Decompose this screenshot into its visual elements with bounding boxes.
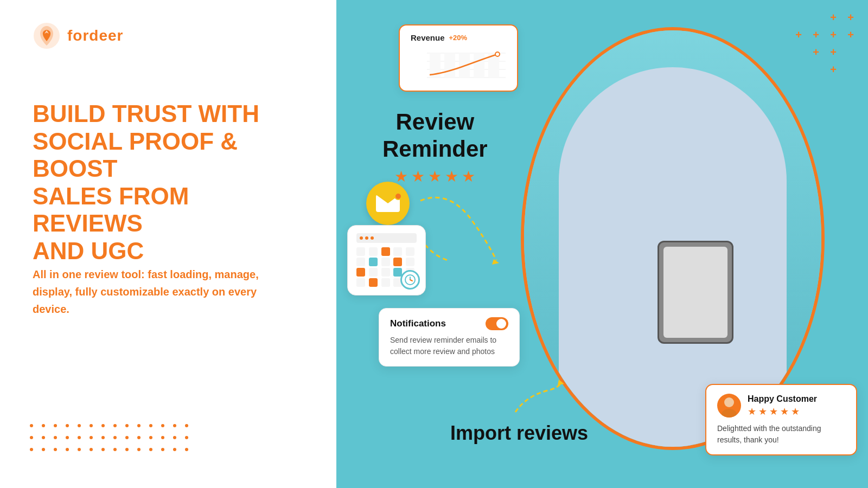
happy-star: ★ — [758, 406, 767, 418]
customer-avatar — [717, 394, 741, 418]
dot — [101, 424, 105, 427]
email-notification-dot — [394, 192, 402, 200]
svg-rect-8 — [474, 53, 484, 78]
dot — [90, 424, 93, 427]
dot — [30, 448, 33, 451]
dot — [161, 436, 164, 439]
notif-header: Notifications — [390, 317, 508, 330]
customer-name: Happy Customer — [748, 394, 817, 404]
plus-sign: + — [809, 28, 822, 41]
revenue-chart — [411, 48, 508, 83]
review-reminder-title: Review Reminder — [382, 108, 488, 163]
dot — [66, 448, 69, 451]
dot — [101, 436, 105, 439]
dot — [66, 424, 69, 427]
dot — [54, 436, 57, 439]
right-panel: ++++++++++++++++++++ Revenue +20% — [298, 0, 868, 488]
tablet — [658, 241, 733, 344]
review-reminder-section: Review Reminder ★★★★★ — [382, 108, 488, 185]
dot — [54, 448, 57, 451]
review-star: ★ — [462, 168, 475, 185]
happy-star: ★ — [791, 406, 800, 418]
happy-star: ★ — [780, 406, 789, 418]
subtitle: All in one review tool: fast loading, ma… — [33, 266, 282, 318]
fordeer-logo-icon — [33, 22, 61, 50]
dot — [125, 436, 129, 439]
plus-sign: + — [827, 28, 840, 41]
dot — [30, 436, 33, 439]
dot — [173, 436, 176, 439]
happy-card-header: Happy Customer ★★★★★ — [717, 394, 845, 418]
dot — [137, 424, 141, 427]
review-star: ★ — [428, 168, 442, 185]
logo-area: fordeer — [33, 22, 123, 50]
tablet-screen — [663, 247, 727, 338]
dot — [185, 448, 188, 451]
svg-point-10 — [495, 52, 500, 56]
calendar-card — [347, 225, 426, 296]
plus-sign: + — [844, 11, 857, 24]
dot — [78, 448, 81, 451]
dot — [113, 448, 117, 451]
svg-point-16 — [724, 397, 734, 407]
revenue-title: Revenue — [411, 33, 445, 42]
plus-grid: ++++++++++++++++++++ — [775, 11, 857, 76]
dot-grid-left — [30, 424, 193, 455]
import-reviews-label: Import reviews — [450, 422, 588, 445]
import-arrow — [505, 374, 570, 418]
left-panel: fordeer BUILD TRUST WITH SOCIAL PROOF & … — [0, 0, 336, 488]
svg-line-13 — [410, 280, 412, 281]
dot — [113, 424, 117, 427]
plus-sign: + — [809, 46, 822, 59]
dot — [90, 436, 93, 439]
dot — [101, 448, 105, 451]
plus-decoration: ++++++++++++++++++++ — [775, 11, 857, 76]
plus-sign: + — [827, 46, 840, 59]
svg-marker-15 — [558, 380, 564, 385]
dot — [78, 436, 81, 439]
dot — [113, 436, 117, 439]
notifications-card: Notifications Send review reminder email… — [379, 308, 520, 367]
review-star: ★ — [411, 168, 425, 185]
logo-text: fordeer — [67, 27, 123, 44]
dot — [125, 424, 129, 427]
happy-card-info: Happy Customer ★★★★★ — [748, 394, 817, 418]
dot — [149, 436, 152, 439]
dot — [173, 448, 176, 451]
plus-sign: + — [792, 28, 805, 41]
dot — [137, 436, 141, 439]
dot — [161, 448, 164, 451]
dot — [66, 436, 69, 439]
dot — [42, 436, 45, 439]
email-bubble — [366, 182, 410, 225]
review-star: ★ — [394, 168, 408, 185]
dot — [42, 424, 45, 427]
notif-title: Notifications — [390, 318, 446, 329]
revenue-badge: +20% — [449, 34, 468, 42]
happy-text: Delightted with the outstanding results,… — [717, 423, 845, 446]
revenue-card: Revenue +20% — [399, 24, 518, 92]
cal-header — [356, 233, 417, 243]
svg-point-17 — [722, 409, 737, 418]
clock-icon — [400, 270, 420, 290]
toggle-switch[interactable] — [486, 317, 508, 330]
dot — [125, 448, 129, 451]
happy-star: ★ — [769, 406, 778, 418]
dot — [149, 448, 152, 451]
headline: BUILD TRUST WITH SOCIAL PROOF & BOOST SA… — [33, 100, 298, 265]
stars-row: ★★★★★ — [382, 168, 488, 185]
plus-sign: + — [844, 28, 857, 41]
email-icon — [376, 195, 400, 212]
dot — [185, 424, 188, 427]
dot — [90, 448, 93, 451]
dot — [54, 424, 57, 427]
dot — [42, 448, 45, 451]
dot — [137, 448, 141, 451]
happy-stars: ★★★★★ — [748, 406, 817, 418]
review-star: ★ — [445, 168, 458, 185]
plus-sign: + — [827, 11, 840, 24]
dot — [78, 424, 81, 427]
dot — [173, 424, 176, 427]
svg-rect-6 — [444, 53, 455, 78]
dot — [30, 424, 33, 427]
